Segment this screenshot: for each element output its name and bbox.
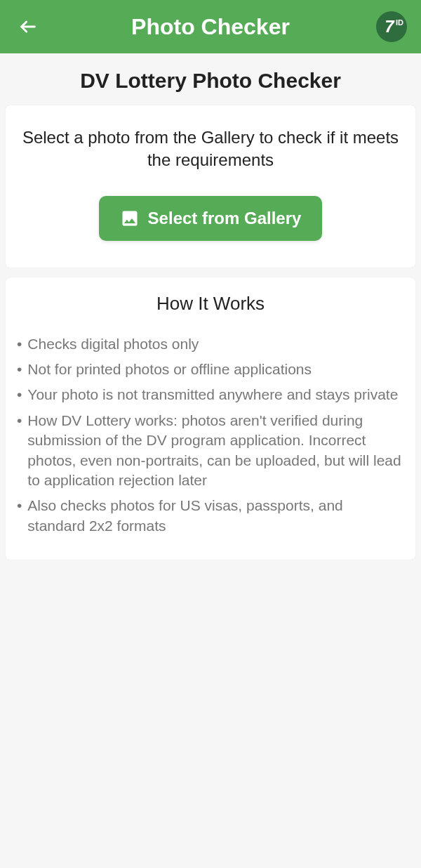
header-title: Photo Checker xyxy=(131,14,290,40)
bullet-icon: • xyxy=(17,496,22,515)
list-item-text: How DV Lottery works: photos aren't veri… xyxy=(27,411,404,490)
list-item-text: Also checks photos for US visas, passpor… xyxy=(27,496,404,536)
bullet-icon: • xyxy=(17,411,22,430)
list-item: • Your photo is not transmitted anywhere… xyxy=(17,385,404,405)
bullet-icon: • xyxy=(17,360,22,379)
logo-id: ID xyxy=(396,18,403,27)
list-item-text: Not for printed photos or offline applic… xyxy=(27,360,312,379)
arrow-left-icon xyxy=(18,17,38,37)
select-from-gallery-button[interactable]: Select from Gallery xyxy=(99,196,323,241)
back-button[interactable] xyxy=(14,17,42,37)
image-icon xyxy=(120,209,140,228)
how-it-works-list: • Checks digital photos only • Not for p… xyxy=(17,334,404,536)
list-item: • Checks digital photos only xyxy=(17,334,404,354)
app-logo[interactable]: 7 ID xyxy=(376,11,407,42)
select-prompt: Select a photo from the Gallery to check… xyxy=(20,126,401,172)
how-it-works-card: How It Works • Checks digital photos onl… xyxy=(6,277,415,560)
bullet-icon: • xyxy=(17,334,22,354)
list-item-text: Checks digital photos only xyxy=(27,334,199,354)
page-title: DV Lottery Photo Checker xyxy=(0,53,421,105)
gallery-button-label: Select from Gallery xyxy=(148,209,302,228)
app-header: Photo Checker 7 ID xyxy=(0,0,421,53)
how-it-works-title: How It Works xyxy=(17,293,404,315)
list-item: • How DV Lottery works: photos aren't ve… xyxy=(17,411,404,490)
bullet-icon: • xyxy=(17,385,22,405)
list-item-text: Your photo is not transmitted anywhere a… xyxy=(27,385,398,405)
select-photo-card: Select a photo from the Gallery to check… xyxy=(6,105,415,268)
list-item: • Not for printed photos or offline appl… xyxy=(17,360,404,379)
list-item: • Also checks photos for US visas, passp… xyxy=(17,496,404,536)
logo-seven: 7 xyxy=(385,17,394,37)
